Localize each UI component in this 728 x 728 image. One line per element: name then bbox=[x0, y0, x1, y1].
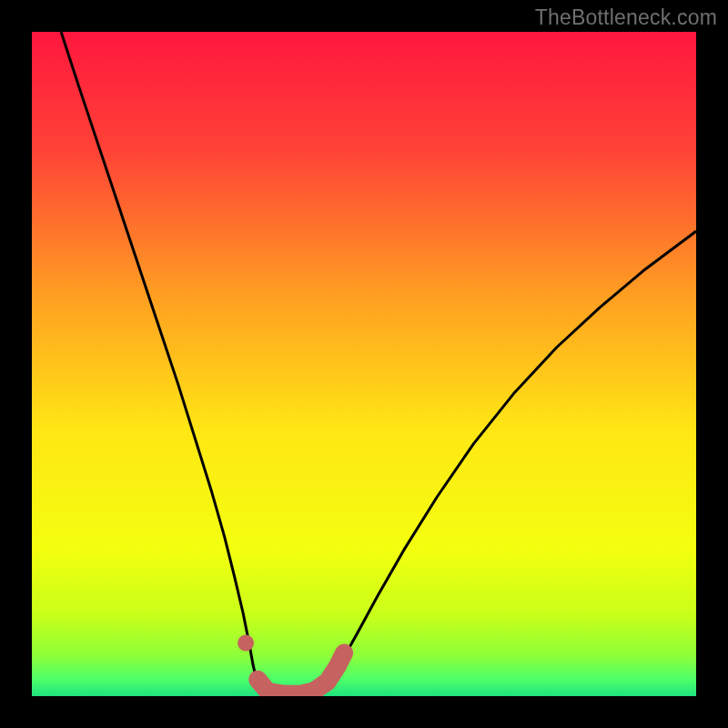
marker-left-dot bbox=[238, 635, 254, 652]
outer-frame: TheBottleneck.com bbox=[0, 0, 728, 728]
plot-area bbox=[32, 32, 696, 696]
chart-svg bbox=[32, 32, 696, 696]
dot-group bbox=[238, 635, 254, 652]
gradient-bg bbox=[32, 32, 696, 696]
watermark-text: TheBottleneck.com bbox=[535, 5, 717, 30]
